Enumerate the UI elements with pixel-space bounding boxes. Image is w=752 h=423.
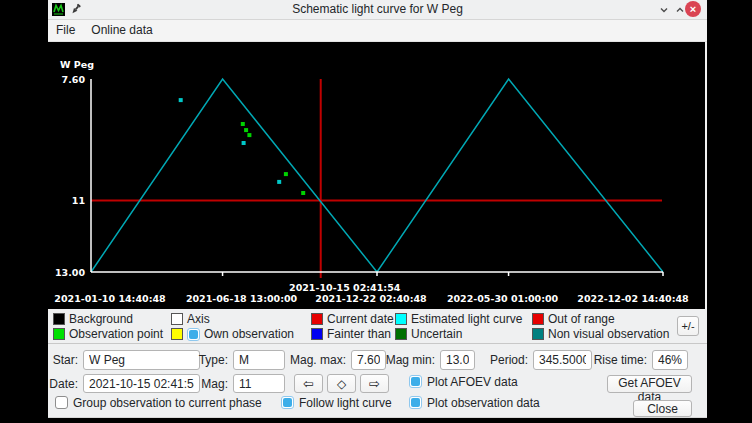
legend-item-current-date: Current date	[311, 312, 394, 326]
menubar: File Online data	[48, 20, 707, 42]
legend-item-fainter-than: Fainter than	[311, 327, 391, 341]
observation-points	[241, 122, 245, 126]
legend-label: Out of range	[548, 312, 615, 326]
period-label: Period:	[478, 350, 528, 370]
mag-label: Mag:	[168, 374, 228, 394]
chevron-up-icon	[675, 5, 685, 15]
app-window: Schematic light curve for W Peg × File O…	[48, 0, 707, 418]
non-visual-points	[179, 98, 183, 102]
own-observation-checkbox[interactable]	[187, 328, 200, 341]
close-button[interactable]: Close	[633, 400, 692, 417]
x-tick-label: 2022-05-30 01:00:00	[447, 293, 559, 304]
light-curve-plot[interactable]: 2021-01-10 14:40:482021-06-18 13:00:0020…	[48, 42, 707, 309]
observation-points	[284, 172, 288, 176]
rise-time-input[interactable]	[652, 350, 688, 370]
own-observation-swatch	[171, 328, 183, 340]
plot-observation-label: Plot observation data	[427, 396, 540, 410]
axis-swatch	[171, 313, 183, 325]
type-label: Type:	[168, 350, 228, 370]
desktop: { "window": { "title": "Schematic light …	[0, 0, 752, 423]
control-form: Star: Type: Mag. max: Mag min: Period: R…	[48, 344, 707, 421]
star-label: Star:	[48, 350, 78, 370]
legend-item-own-observation: Own observation	[171, 327, 294, 341]
legend-item-out-of-range: Out of range	[532, 312, 615, 326]
group-observation-label: Group observation to current phase	[73, 396, 262, 410]
legend-item-non-visual-observation: Non visual observation	[532, 327, 669, 341]
legend-item-background: Background	[53, 312, 133, 326]
legend-item-axis: Axis	[171, 312, 210, 326]
menu-online-data[interactable]: Online data	[83, 20, 160, 41]
mag-min-input[interactable]	[440, 350, 475, 370]
x-tick-label: 2021-01-10 14:40:48	[54, 293, 166, 304]
mag-min-label: Mag min:	[378, 350, 435, 370]
y-tick-label: 11	[72, 195, 85, 206]
legend-label: Axis	[187, 312, 210, 326]
plot-afoev-label: Plot AFOEV data	[427, 375, 518, 389]
fainter-than-swatch	[311, 328, 323, 340]
close-window-button[interactable]: ×	[685, 1, 701, 17]
step-back-button[interactable]: ⇦	[294, 374, 323, 393]
menu-file[interactable]: File	[48, 20, 83, 41]
get-afoev-data-button[interactable]: Get AFOEV data	[607, 375, 692, 393]
light-curve-canvas[interactable]: 2021-01-10 14:40:482021-06-18 13:00:0020…	[48, 42, 705, 309]
date-label: Date:	[48, 374, 78, 394]
legend-label: Non visual observation	[548, 327, 669, 341]
legend-label: Uncertain	[411, 327, 462, 341]
estimated-light-curve-swatch	[395, 313, 407, 325]
legend-label: Estimated light curve	[411, 312, 522, 326]
non-visual-points	[277, 180, 281, 184]
x-tick-label: 2021-06-18 13:00:00	[186, 293, 298, 304]
plot-afoev-checkbox[interactable]	[409, 375, 422, 388]
legend-label: Current date	[327, 312, 394, 326]
follow-light-curve-label: Follow light curve	[299, 396, 392, 410]
legend-label: Own observation	[204, 327, 294, 341]
non-visual-observation-swatch	[532, 328, 544, 340]
observation-points	[301, 191, 305, 195]
out-of-range-swatch	[532, 313, 544, 325]
step-forward-button[interactable]: ⇨	[360, 374, 389, 393]
current-date-swatch	[311, 313, 323, 325]
legend-expand-button[interactable]: +/-	[677, 316, 699, 336]
y-tick-label: 7.60	[62, 74, 86, 85]
chevron-down-icon	[659, 5, 669, 15]
follow-light-curve-checkbox[interactable]	[281, 396, 294, 409]
plot-observation-checkbox[interactable]	[409, 396, 422, 409]
legend-label: Fainter than	[327, 327, 391, 341]
mag-max-label: Mag. max:	[278, 350, 346, 370]
observation-points	[247, 133, 251, 137]
group-observation-checkbox[interactable]	[55, 396, 68, 409]
window-title: Schematic light curve for W Peg	[48, 0, 707, 19]
non-visual-points	[242, 141, 246, 145]
x-tick-label: 2021-12-22 02:40:48	[315, 293, 427, 304]
background-swatch	[53, 313, 65, 325]
estimated-light-curve	[91, 79, 663, 272]
legend: Background Observation point Axis Own ob…	[48, 309, 707, 344]
legend-item-observation-point: Observation point	[53, 327, 163, 341]
mag-input[interactable]	[233, 374, 285, 393]
phase-button[interactable]: ◇	[327, 374, 356, 393]
observation-points	[244, 128, 248, 132]
legend-label: Background	[69, 312, 133, 326]
legend-label: Observation point	[69, 327, 163, 341]
uncertain-swatch	[395, 328, 407, 340]
observation-point-swatch	[53, 328, 65, 340]
current-date-label: 2021-10-15 02:41:54	[289, 282, 401, 293]
minimize-button[interactable]	[656, 2, 672, 17]
plot-title: W Peg	[60, 59, 94, 70]
y-tick-label: 13.00	[55, 267, 85, 278]
legend-item-uncertain: Uncertain	[395, 327, 462, 341]
x-tick-label: 2022-12-02 14:40:48	[577, 293, 689, 304]
titlebar[interactable]: Schematic light curve for W Peg ×	[48, 0, 707, 20]
legend-item-estimated-light-curve: Estimated light curve	[395, 312, 522, 326]
rise-time-label: Rise time:	[583, 350, 647, 370]
